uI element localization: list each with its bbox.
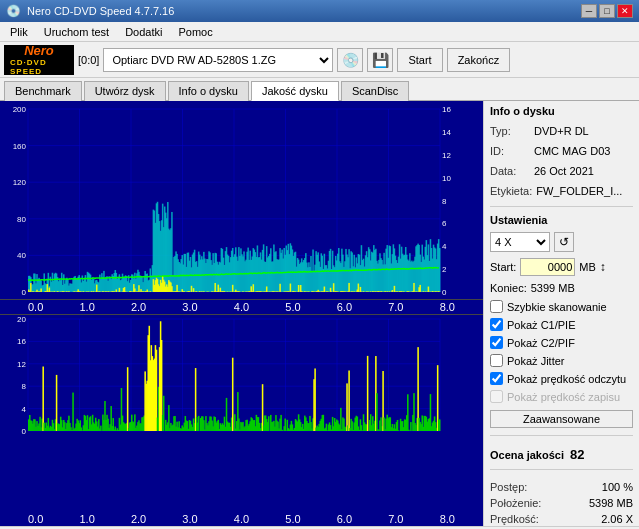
menu-file[interactable]: Plik — [4, 25, 34, 39]
info-row-date: Data: 26 Oct 2021 — [490, 163, 633, 179]
info-section-title: Info o dysku — [490, 105, 633, 117]
bx-label-6: 6.0 — [337, 513, 352, 525]
progress-label-0: Postęp: — [490, 479, 530, 495]
x-label-5: 5.0 — [285, 301, 300, 313]
cb-row-3: Pokaż Jitter — [490, 354, 633, 367]
title-bar-icon: 💿 — [6, 4, 21, 18]
progress-label-2: Prędkość: — [490, 511, 539, 526]
info-value-type: DVD+R DL — [534, 123, 589, 139]
end-value: 5399 MB — [531, 282, 575, 294]
cb-row-0: Szybkie skanowanie — [490, 300, 633, 313]
tab-create-disc[interactable]: Utwórz dysk — [84, 81, 166, 101]
x-label-0: 0.0 — [28, 301, 43, 313]
info-value-id: CMC MAG D03 — [534, 143, 610, 159]
progress-value-1: 5398 MB — [589, 495, 633, 511]
cb-label-5: Pokaż prędkość zapisu — [507, 391, 620, 403]
progress-label-1: Położenie: — [490, 495, 541, 511]
progress-section: Postęp: 100 % Położenie: 5398 MB Prędkoś… — [490, 479, 633, 526]
bottom-chart-canvas — [0, 315, 460, 435]
info-row-id: ID: CMC MAG D03 — [490, 143, 633, 159]
info-value-etykieta: FW_FOLDER_I... — [536, 183, 622, 199]
disc-icon-btn[interactable]: 💿 — [337, 48, 363, 72]
nero-logo: Nero CD·DVD SPEED — [4, 45, 74, 75]
start-unit: MB — [579, 261, 596, 273]
info-label-type: Typ: — [490, 123, 530, 139]
bx-label-3: 3.0 — [182, 513, 197, 525]
bx-label-1: 1.0 — [79, 513, 94, 525]
start-button[interactable]: Start — [397, 48, 442, 72]
cb-c2-pif[interactable] — [490, 336, 503, 349]
start-input[interactable] — [520, 258, 575, 276]
end-button[interactable]: Zakończ — [447, 48, 511, 72]
x-label-1: 1.0 — [79, 301, 94, 313]
tab-disc-quality[interactable]: Jakość dysku — [251, 81, 339, 101]
bx-label-8: 8.0 — [440, 513, 455, 525]
top-chart-canvas — [0, 101, 460, 296]
cb-row-4: Pokaż prędkość odczytu — [490, 372, 633, 385]
cb-write-speed[interactable] — [490, 390, 503, 403]
progress-value-2: 2.06 X — [601, 511, 633, 526]
progress-row-1: Położenie: 5398 MB — [490, 495, 633, 511]
drive-label: [0:0] — [78, 54, 99, 66]
tab-scandisc[interactable]: ScanDisc — [341, 81, 409, 101]
cursor-icon: ↕ — [600, 260, 606, 274]
bx-label-7: 7.0 — [388, 513, 403, 525]
end-setting-row: Koniec: 5399 MB — [490, 282, 633, 294]
tab-benchmark[interactable]: Benchmark — [4, 81, 82, 101]
progress-value-0: 100 % — [602, 479, 633, 495]
x-label-6: 6.0 — [337, 301, 352, 313]
progress-row-2: Prędkość: 2.06 X — [490, 511, 633, 526]
save-icon-btn[interactable]: 💾 — [367, 48, 393, 72]
maximize-button[interactable]: □ — [599, 4, 615, 18]
info-row-label: Etykieta: FW_FOLDER_I... — [490, 183, 633, 199]
cb-quick-scan[interactable] — [490, 300, 503, 313]
cb-label-0: Szybkie skanowanie — [507, 301, 607, 313]
quality-label: Ocena jakości — [490, 449, 564, 461]
close-button[interactable]: ✕ — [617, 4, 633, 18]
menu-run-test[interactable]: Uruchom test — [38, 25, 115, 39]
divider-1 — [490, 206, 633, 207]
minimize-button[interactable]: ─ — [581, 4, 597, 18]
x-label-2: 2.0 — [131, 301, 146, 313]
right-panel: Info o dysku Typ: DVD+R DL ID: CMC MAG D… — [484, 101, 639, 526]
x-label-7: 7.0 — [388, 301, 403, 313]
cb-label-2: Pokaż C2/PIF — [507, 337, 575, 349]
cb-row-5: Pokaż prędkość zapisu — [490, 390, 633, 403]
chart-top — [0, 101, 483, 300]
menu-extras[interactable]: Dodatki — [119, 25, 168, 39]
end-label: Koniec: — [490, 282, 527, 294]
bx-label-0: 0.0 — [28, 513, 43, 525]
cb-label-4: Pokaż prędkość odczytu — [507, 373, 626, 385]
cb-jitter[interactable] — [490, 354, 503, 367]
x-label-4: 4.0 — [234, 301, 249, 313]
cb-read-speed[interactable] — [490, 372, 503, 385]
info-label-id: ID: — [490, 143, 530, 159]
cb-row-1: Pokaż C1/PIE — [490, 318, 633, 331]
progress-row-0: Postęp: 100 % — [490, 479, 633, 495]
menu-help[interactable]: Pomoc — [172, 25, 218, 39]
info-row-type: Typ: DVD+R DL — [490, 123, 633, 139]
advanced-button[interactable]: Zaawansowane — [490, 410, 633, 428]
divider-2 — [490, 435, 633, 436]
tab-disc-info[interactable]: Info o dysku — [168, 81, 249, 101]
cb-c1-pie[interactable] — [490, 318, 503, 331]
speed-combo[interactable]: 4 X — [490, 232, 550, 252]
chart-bottom — [0, 315, 483, 513]
x-label-8: 8.0 — [440, 301, 455, 313]
info-label-date: Data: — [490, 163, 530, 179]
toolbar: Nero CD·DVD SPEED [0:0] Optiarc DVD RW A… — [0, 42, 639, 78]
cb-row-2: Pokaż C2/PIF — [490, 336, 633, 349]
refresh-icon-btn[interactable]: ↺ — [554, 232, 574, 252]
bx-label-5: 5.0 — [285, 513, 300, 525]
main-content: 0.0 1.0 2.0 3.0 4.0 5.0 6.0 7.0 8.0 0.0 … — [0, 101, 639, 526]
menu-bar: Plik Uruchom test Dodatki Pomoc — [0, 22, 639, 42]
settings-section-title: Ustawienia — [490, 214, 633, 226]
drive-select: [0:0] Optiarc DVD RW AD-5280S 1.ZG 💿 💾 S… — [78, 48, 635, 72]
x-label-3: 3.0 — [182, 301, 197, 313]
title-bar-controls: ─ □ ✕ — [581, 4, 633, 18]
drive-combo[interactable]: Optiarc DVD RW AD-5280S 1.ZG — [103, 48, 333, 72]
quality-value: 82 — [570, 447, 584, 462]
bx-label-4: 4.0 — [234, 513, 249, 525]
speed-setting-row: 4 X ↺ — [490, 232, 633, 252]
tabs-bar: Benchmark Utwórz dysk Info o dysku Jakoś… — [0, 78, 639, 101]
